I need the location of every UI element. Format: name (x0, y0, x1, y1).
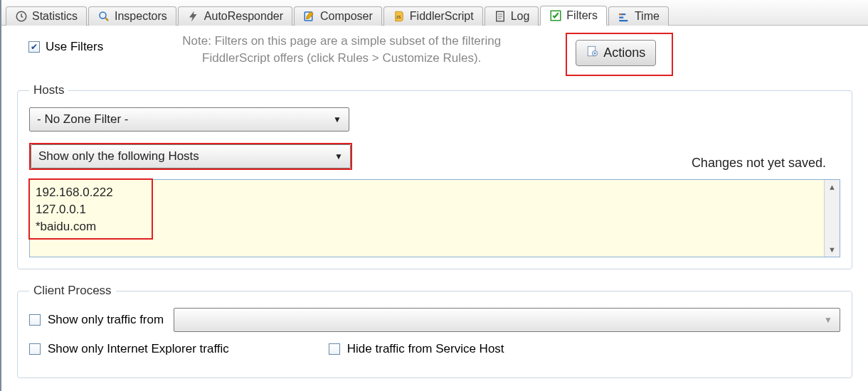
hide-service-host-checkbox[interactable]: Hide traffic from Service Host (329, 342, 504, 356)
actions-button[interactable]: Actions (576, 40, 656, 66)
show-only-from-row: Show only traffic from ▼ (29, 308, 840, 332)
client-process-group: Client Process Show only traffic from ▼ … (17, 284, 852, 378)
client-legend: Client Process (29, 284, 116, 298)
checkbox-unchecked-icon (29, 314, 41, 326)
filters-panel: ✔ Use Filters Note: Filters on this page… (1, 26, 868, 391)
hosts-textarea-wrap: ▲ ▼ (29, 179, 840, 257)
tab-label: AutoResponder (204, 10, 283, 23)
client-second-row: Show only Internet Explorer traffic Hide… (29, 342, 840, 356)
actions-highlight: Actions (566, 33, 673, 76)
use-filters-checkbox[interactable]: ✔ Use Filters (28, 40, 103, 54)
actions-label: Actions (603, 45, 645, 60)
clock-icon (15, 10, 28, 23)
tab-autoresponder[interactable]: AutoResponder (178, 6, 292, 26)
scroll-down-icon[interactable]: ▼ (828, 242, 836, 257)
checkbox-checked-icon: ✔ (28, 41, 40, 53)
tab-label: Composer (320, 10, 373, 23)
lightning-icon (187, 10, 200, 23)
scrollbar[interactable]: ▲ ▼ (824, 180, 840, 257)
svg-point-1 (100, 12, 106, 18)
timeline-icon (618, 10, 630, 23)
check-icon (549, 9, 562, 22)
svg-point-8 (594, 53, 596, 54)
tab-label: Inspectors (115, 10, 167, 23)
zone-filter-combo[interactable]: - No Zone Filter - ▼ (29, 107, 349, 132)
magnifier-icon (97, 10, 110, 23)
show-only-from-label: Show only traffic from (48, 313, 164, 327)
checkbox-unchecked-icon (329, 343, 340, 355)
tab-filters[interactable]: Filters (540, 6, 607, 26)
edit-icon (303, 10, 316, 23)
process-combo[interactable]: ▼ (174, 308, 840, 332)
chevron-down-icon: ▼ (333, 114, 342, 124)
hide-service-host-label: Hide traffic from Service Host (347, 342, 504, 356)
zone-filter-value: - No Zone Filter - (37, 112, 128, 127)
chevron-down-icon: ▼ (334, 151, 343, 161)
chevron-down-icon: ▼ (824, 315, 832, 325)
note-line: Note: Filters on this page are a simple … (132, 33, 551, 50)
use-filters-label: Use Filters (46, 40, 103, 54)
tab-timeline[interactable]: Time (608, 6, 669, 26)
script-icon: JS (393, 10, 406, 23)
tab-statistics[interactable]: Statistics (6, 6, 87, 26)
svg-text:JS: JS (396, 15, 401, 19)
tab-label: Log (511, 10, 530, 23)
gear-page-icon (586, 45, 599, 61)
hosts-textarea[interactable] (30, 180, 824, 257)
show-only-ie-label: Show only Internet Explorer traffic (48, 342, 229, 356)
tab-inspectors[interactable]: Inspectors (88, 6, 176, 26)
tab-fiddlerscript[interactable]: JS FiddlerScript (383, 6, 483, 26)
scroll-up-icon[interactable]: ▲ (828, 180, 836, 194)
filters-note: Note: Filters on this page are a simple … (132, 33, 551, 67)
tab-label: FiddlerScript (410, 10, 474, 23)
tab-label: Filters (566, 9, 598, 22)
top-row: ✔ Use Filters Note: Filters on this page… (14, 33, 855, 76)
tabbar: Statistics Inspectors AutoResponder Comp… (1, 0, 868, 26)
show-only-ie-checkbox[interactable]: Show only Internet Explorer traffic (29, 342, 229, 356)
tab-composer[interactable]: Composer (294, 6, 382, 26)
document-icon (494, 10, 507, 23)
tab-log[interactable]: Log (485, 6, 539, 26)
hosts-legend: Hosts (29, 83, 68, 97)
hosts-group: Hosts - No Zone Filter - ▼ Show only the… (17, 83, 852, 269)
note-line: FiddlerScript offers (click Rules > Cust… (132, 50, 551, 67)
tab-label: Time (635, 10, 660, 23)
host-filter-value: Show only the following Hosts (38, 149, 199, 164)
tab-label: Statistics (32, 10, 78, 23)
show-only-from-checkbox[interactable]: Show only traffic from (29, 313, 164, 327)
checkbox-unchecked-icon (29, 343, 41, 355)
